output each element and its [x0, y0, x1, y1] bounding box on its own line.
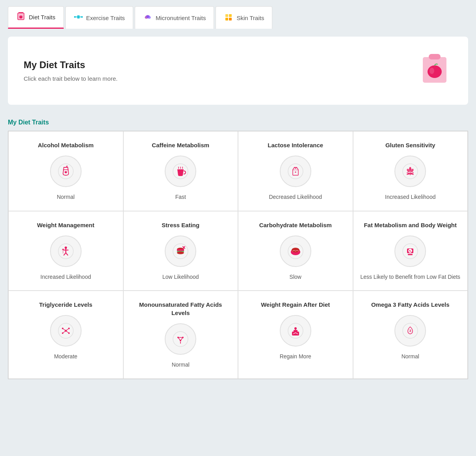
trait-name-omega3: Omega 3 Fatty Acids Levels: [371, 300, 450, 309]
svg-rect-4: [74, 16, 76, 18]
trait-icon-alcohol: [50, 156, 82, 187]
svg-rect-41: [177, 249, 184, 251]
trait-value-alcohol: Normal: [57, 193, 74, 201]
trait-name-carb: Carbohydrate Metabolism: [259, 221, 332, 229]
svg-point-48: [292, 248, 299, 252]
trait-value-mufa: Normal: [172, 361, 190, 369]
diet-traits-section: My Diet Traits Alcohol Metabolism Normal…: [8, 113, 468, 379]
trait-value-carb: Slow: [290, 273, 301, 281]
trait-icon-omega3: 3: [394, 315, 426, 347]
trait-name-alcohol: Alcohol Metabolism: [38, 141, 94, 149]
trait-icon-mufa: [165, 323, 196, 355]
svg-rect-51: [408, 254, 413, 255]
trait-value-lactose: Decreased Likelihood: [269, 193, 322, 201]
trait-grid: Alcohol Metabolism Normal Caffeine Metab…: [8, 131, 468, 379]
tab-micronutrient-label: Micronutrient Traits: [156, 15, 206, 21]
trait-card-weight[interactable]: Weight Management Increased Likelihood: [8, 211, 123, 291]
hero-text: My Diet Traits Click each trait below to…: [24, 59, 117, 82]
trait-card-omega3[interactable]: Omega 3 Fatty Acids Levels 3 Normal: [353, 291, 468, 379]
trait-value-fat: Less Likely to Benefit from Low Fat Diet…: [360, 273, 460, 281]
trait-icon-caffeine: [165, 156, 196, 187]
trait-card-triglyceride[interactable]: Triglyceride Levels Moderate: [8, 291, 123, 379]
tab-diet-label: Diet Traits: [29, 14, 56, 20]
exercise-tab-icon: [74, 12, 83, 24]
hero-diet-icon: [417, 49, 452, 92]
svg-rect-12: [225, 14, 228, 17]
hero-section: My Diet Traits Click each trait below to…: [8, 37, 468, 105]
trait-value-gluten: Increased Likelihood: [385, 193, 435, 201]
trait-name-lactose: Lactose Intolerance: [268, 141, 323, 149]
tab-diet[interactable]: Diet Traits: [8, 6, 64, 29]
skin-tab-icon: [224, 12, 233, 24]
tab-skin-label: Skin Traits: [236, 15, 264, 21]
trait-name-regain: Weight Regain After Diet: [261, 300, 330, 309]
trait-value-triglyceride: Moderate: [54, 353, 77, 361]
diet-tab-icon: [16, 11, 26, 23]
trait-card-lactose[interactable]: Lactose Intolerance Decreased Likelihood: [238, 131, 353, 211]
trait-card-regain[interactable]: Weight Regain After Diet Regain More: [238, 291, 353, 379]
svg-point-73: [294, 327, 297, 330]
trait-card-mufa[interactable]: Monounsaturated Fatty Acids Levels Norma…: [123, 291, 238, 379]
hero-title: My Diet Traits: [24, 59, 117, 70]
svg-point-63: [173, 332, 188, 347]
tab-bar: Diet Traits Exercise Traits Micronutrien…: [0, 0, 476, 29]
trait-name-fat: Fat Metabolism and Body Weight: [364, 221, 457, 229]
trait-card-caffeine[interactable]: Caffeine Metabolism Fast: [123, 131, 238, 211]
trait-value-caffeine: Fast: [175, 193, 186, 201]
trait-card-fat[interactable]: Fat Metabolism and Body Weight Less Like…: [353, 211, 468, 291]
svg-text:3: 3: [409, 329, 411, 333]
trait-name-stress: Stress Eating: [162, 221, 199, 229]
trait-value-weight: Increased Likelihood: [41, 273, 91, 281]
svg-rect-15: [429, 54, 441, 59]
svg-point-21: [66, 166, 67, 167]
svg-point-43: [177, 251, 184, 254]
trait-icon-regain: [280, 315, 311, 347]
trait-icon-lactose: [280, 156, 311, 187]
svg-point-9: [146, 14, 151, 19]
tab-skin[interactable]: Skin Traits: [216, 6, 272, 29]
tab-micronutrient[interactable]: Micronutrient Traits: [135, 6, 214, 29]
section-title: My Diet Traits: [8, 113, 468, 131]
svg-rect-5: [81, 16, 83, 18]
trait-icon-stress: [165, 235, 196, 267]
svg-rect-13: [229, 14, 232, 17]
trait-icon-fat: [394, 235, 426, 267]
svg-point-3: [20, 16, 22, 17]
svg-rect-10: [225, 18, 228, 20]
trait-card-alcohol[interactable]: Alcohol Metabolism Normal: [8, 131, 123, 211]
trait-card-carb[interactable]: Carbohydrate Metabolism Slow: [238, 211, 353, 291]
trait-name-mufa: Monounsaturated Fatty Acids Levels: [130, 300, 232, 317]
svg-rect-71: [292, 332, 299, 336]
svg-rect-11: [229, 18, 232, 20]
trait-name-weight: Weight Management: [37, 221, 95, 229]
svg-point-17: [430, 68, 434, 74]
trait-card-stress[interactable]: Stress Eating Low Likelihood: [123, 211, 238, 291]
tab-exercise[interactable]: Exercise Traits: [65, 6, 133, 29]
trait-card-gluten[interactable]: Gluten Sensitivity Increased Likelihood: [353, 131, 468, 211]
trait-icon-weight: [50, 235, 82, 267]
trait-name-caffeine: Caffeine Metabolism: [152, 141, 209, 149]
trait-icon-carb: [280, 235, 311, 267]
trait-name-triglyceride: Triglyceride Levels: [39, 300, 92, 309]
hero-subtitle: Click each trait below to learn more.: [24, 75, 117, 82]
tab-exercise-label: Exercise Traits: [86, 15, 125, 21]
trait-name-gluten: Gluten Sensitivity: [385, 141, 435, 149]
trait-icon-triglyceride: [50, 315, 82, 347]
trait-icon-gluten: [394, 156, 426, 187]
micronutrient-tab-icon: [143, 12, 152, 24]
trait-value-omega3: Normal: [402, 353, 419, 361]
trait-value-stress: Low Likelihood: [162, 273, 199, 281]
svg-rect-7: [77, 15, 80, 19]
trait-value-regain: Regain More: [280, 353, 311, 361]
